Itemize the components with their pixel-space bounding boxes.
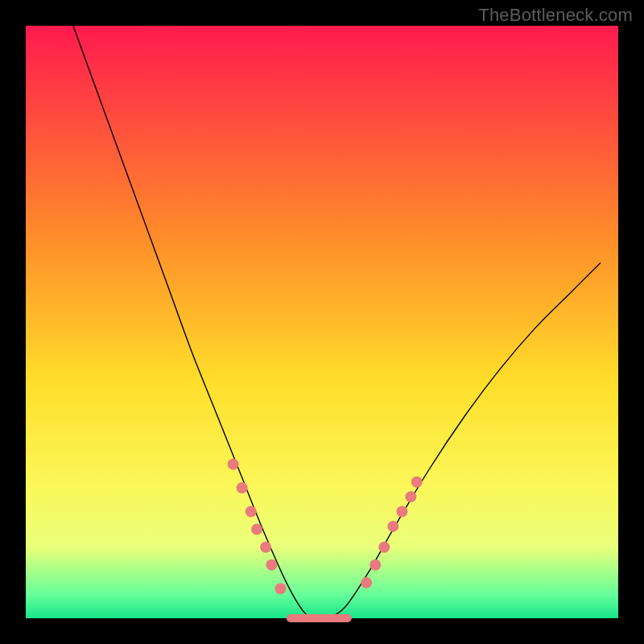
marker-dot [260,542,271,553]
marker-dot [361,577,372,588]
marker-dot [369,559,381,571]
marker-dot [387,521,398,532]
marker-dot [411,477,423,488]
marker-dot [228,459,239,470]
marker-dot [378,542,390,553]
marker-dot [246,506,257,518]
marker-dot [275,583,286,594]
watermark-text: TheBottleneck.com [478,5,633,26]
plot-background [26,26,618,618]
bottleneck-chart: TheBottleneck.com [0,0,644,644]
marker-dot [251,524,262,535]
marker-dot [405,491,416,502]
marker-dot [237,482,248,493]
marker-dot [266,559,277,571]
marker-dot [396,506,407,518]
flat-marker-bar [287,614,352,622]
chart-canvas [0,0,644,644]
